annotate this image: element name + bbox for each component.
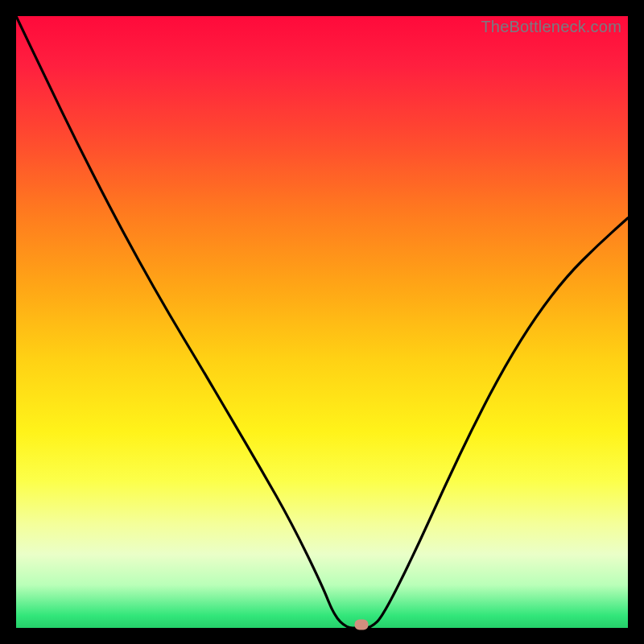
chart-frame: TheBottleneck.com	[0, 0, 644, 644]
curve-path	[16, 16, 628, 628]
plot-area: TheBottleneck.com	[16, 16, 628, 628]
bottleneck-curve	[16, 16, 628, 628]
optimal-marker	[355, 620, 369, 630]
